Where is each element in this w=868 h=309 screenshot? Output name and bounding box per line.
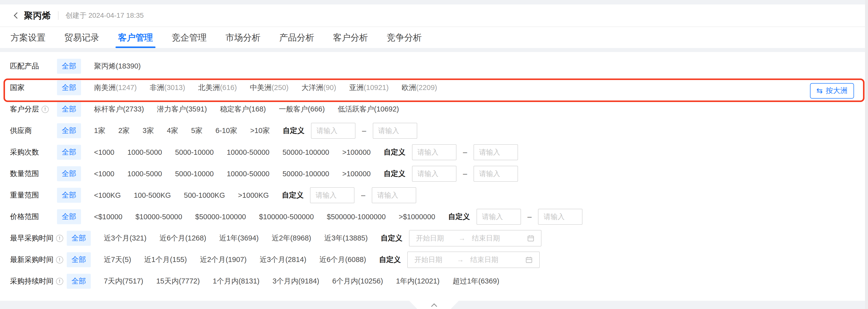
filter-option[interactable]: 潜力客户(3591) <box>157 104 207 114</box>
filter-option[interactable]: >100000 <box>342 170 371 178</box>
filter-option[interactable]: 近7天(5) <box>104 255 131 265</box>
filter-option[interactable]: 中美洲(250) <box>250 83 288 93</box>
info-icon[interactable]: ! <box>56 235 63 242</box>
filter-option[interactable]: 500-1000KG <box>184 191 225 199</box>
filter-option[interactable]: 近6个月(6088) <box>319 255 366 265</box>
info-icon[interactable]: ! <box>56 256 63 264</box>
tab-产品分析[interactable]: 产品分析 <box>277 27 317 48</box>
filter-option[interactable]: 1个月内(8131) <box>213 276 259 286</box>
filter-option[interactable]: 2家 <box>118 126 129 136</box>
option-all[interactable]: 全部 <box>67 231 91 246</box>
filter-option[interactable]: <100KG <box>94 191 121 199</box>
filter-option[interactable]: <1000 <box>94 170 114 178</box>
filter-option[interactable]: 近2个月(1907) <box>200 255 247 265</box>
filter-option[interactable]: 北美洲(616) <box>198 83 237 93</box>
tab-客户管理[interactable]: 客户管理 <box>116 27 155 48</box>
filter-option[interactable]: $100000-500000 <box>259 213 314 221</box>
filter-option[interactable]: >10家 <box>250 126 270 136</box>
custom-option[interactable]: 自定义 <box>282 190 304 200</box>
custom-option[interactable]: 自定义 <box>384 169 405 179</box>
custom-option[interactable]: 自定义 <box>379 255 401 265</box>
filter-option[interactable]: 5000-10000 <box>175 148 214 156</box>
range-max-input[interactable] <box>473 166 518 182</box>
filter-option[interactable]: 非洲(3013) <box>150 83 185 93</box>
collapse-panel-button[interactable] <box>409 301 459 309</box>
filter-option[interactable]: 1000-5000 <box>127 148 162 156</box>
filter-option[interactable]: 50000-100000 <box>282 148 329 156</box>
tab-竞企管理[interactable]: 竞企管理 <box>169 27 209 48</box>
option-all[interactable]: 全部 <box>57 145 81 160</box>
filter-option[interactable]: 5家 <box>191 126 203 136</box>
option-all[interactable]: 全部 <box>57 123 81 138</box>
option-all[interactable]: 全部 <box>57 166 81 181</box>
filter-option[interactable]: 1年内(12021) <box>396 276 439 286</box>
option-all[interactable]: 全部 <box>57 188 81 203</box>
option-all[interactable]: 全部 <box>57 102 81 117</box>
range-max-input[interactable] <box>473 144 518 160</box>
filter-option[interactable]: 聚丙烯(18390) <box>94 61 141 71</box>
date-range-picker[interactable]: 开始日期→结束日期 <box>409 230 541 247</box>
filter-option[interactable]: 4家 <box>167 126 178 136</box>
filter-option[interactable]: >$1000000 <box>399 213 435 221</box>
filter-option[interactable]: 近1年(3694) <box>219 233 259 243</box>
tab-贸易记录[interactable]: 贸易记录 <box>62 27 102 48</box>
date-range-picker[interactable]: 开始日期→结束日期 <box>407 251 540 268</box>
range-max-input[interactable] <box>373 123 417 139</box>
option-all[interactable]: 全部 <box>57 209 81 224</box>
range-min-input[interactable] <box>412 144 457 160</box>
filter-option[interactable]: 7天内(7517) <box>104 276 143 286</box>
tab-方案设置[interactable]: 方案设置 <box>8 27 48 48</box>
filter-option[interactable]: $50000-100000 <box>195 213 246 221</box>
tab-市场分析[interactable]: 市场分析 <box>223 27 263 48</box>
filter-option[interactable]: 3个月内(9184) <box>273 276 319 286</box>
option-all[interactable]: 全部 <box>57 59 81 74</box>
filter-option[interactable]: 大洋洲(90) <box>302 83 336 93</box>
filter-option[interactable]: 近1个月(155) <box>144 255 187 265</box>
back-button[interactable] <box>11 10 21 21</box>
option-all[interactable]: 全部 <box>67 274 91 289</box>
filter-option[interactable]: 近6个月(1268) <box>159 233 206 243</box>
filter-option[interactable]: 5000-10000 <box>175 170 214 178</box>
filter-option[interactable]: 15天内(7772) <box>156 276 200 286</box>
filter-option[interactable]: 南美洲(1247) <box>94 83 137 93</box>
custom-option[interactable]: 自定义 <box>283 126 305 136</box>
filter-option[interactable]: 稳定客户(168) <box>220 104 266 114</box>
range-min-input[interactable] <box>310 187 354 203</box>
filter-option[interactable]: 近3年(13885) <box>324 233 368 243</box>
filter-option[interactable]: 近3个月(321) <box>104 233 147 243</box>
group-by-continent-button[interactable]: ⇆按大洲 <box>810 83 854 98</box>
range-max-input[interactable] <box>538 209 583 225</box>
range-min-input[interactable] <box>476 209 521 225</box>
filter-option[interactable]: 超过1年(6369) <box>453 276 499 286</box>
filter-option[interactable]: 近2年(8968) <box>272 233 311 243</box>
filter-option[interactable]: 亚洲(10921) <box>349 83 389 93</box>
filter-option[interactable]: 6-10家 <box>216 126 237 136</box>
option-all[interactable]: 全部 <box>67 252 91 267</box>
filter-option[interactable]: 低活跃客户(10692) <box>338 104 399 114</box>
filter-option[interactable]: 10000-50000 <box>227 170 270 178</box>
info-icon[interactable]: ! <box>56 278 63 285</box>
custom-option[interactable]: 自定义 <box>448 212 470 222</box>
range-min-input[interactable] <box>412 166 457 182</box>
filter-option[interactable]: 近3个月(2814) <box>259 255 306 265</box>
custom-option[interactable]: 自定义 <box>384 147 405 157</box>
filter-option[interactable]: >1000KG <box>238 191 269 199</box>
filter-option[interactable]: 3家 <box>143 126 154 136</box>
filter-option[interactable]: 一般客户(666) <box>279 104 325 114</box>
filter-option[interactable]: 标杆客户(2733) <box>94 104 144 114</box>
filter-option[interactable]: 100-500KG <box>134 191 171 199</box>
filter-option[interactable]: 50000-100000 <box>282 170 329 178</box>
filter-option[interactable]: <$10000 <box>94 213 123 221</box>
info-icon[interactable]: ! <box>41 106 49 113</box>
filter-option[interactable]: $500000-1000000 <box>327 213 385 221</box>
filter-option[interactable]: 6个月内(10256) <box>332 276 383 286</box>
filter-option[interactable]: $10000-50000 <box>135 213 182 221</box>
range-min-input[interactable] <box>311 123 355 139</box>
tab-客户分析[interactable]: 客户分析 <box>331 27 371 48</box>
scrollbar-track[interactable] <box>865 0 868 309</box>
custom-option[interactable]: 自定义 <box>381 233 403 243</box>
option-all[interactable]: 全部 <box>57 80 81 95</box>
filter-option[interactable]: 欧洲(2209) <box>402 83 437 93</box>
filter-option[interactable]: >100000 <box>342 148 371 156</box>
filter-option[interactable]: 1家 <box>94 126 105 136</box>
